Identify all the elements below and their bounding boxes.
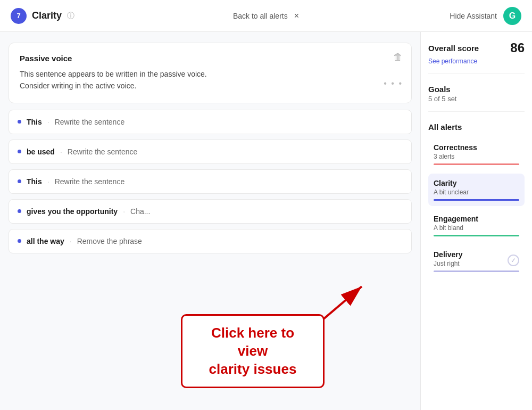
alert-item-engagement[interactable]: Engagement A bit bland: [428, 209, 525, 242]
item-separator: ·: [47, 177, 49, 186]
item-separator: ·: [70, 237, 72, 245]
alert-label: Correctness: [434, 143, 519, 152]
goals-section: Goals 5 of 5 set: [428, 85, 525, 112]
bullet-icon: [18, 209, 21, 213]
item-action: Rewrite the sentence: [55, 118, 125, 126]
all-alerts-label: All alerts: [428, 122, 525, 132]
right-panel: Overall score 86 See performance Goals 5…: [420, 32, 532, 410]
main-content: Passive voice This sentence appears to b…: [0, 32, 532, 410]
item-action: Rewrite the sentence: [68, 147, 138, 156]
left-panel: Passive voice This sentence appears to b…: [0, 32, 420, 410]
overall-score-label: Overall score: [428, 44, 479, 53]
score-section: Overall score 86 See performance: [428, 40, 525, 74]
header-left: 7 Clarity ⓘ: [11, 8, 233, 24]
card-body: This sentence appears to be written in t…: [20, 68, 401, 92]
alert-label: Delivery: [434, 250, 462, 259]
alert-item-clarity[interactable]: Clarity A bit unclear: [428, 174, 525, 206]
alert-item-delivery[interactable]: Delivery Just right ✓: [428, 245, 525, 277]
delivery-check-icon: ✓: [508, 255, 519, 266]
header-right: Hide Assistant G: [299, 7, 521, 25]
card-title: Passive voice: [20, 54, 401, 63]
close-icon[interactable]: ×: [294, 11, 299, 21]
alert-sub: A bit unclear: [434, 188, 519, 196]
list-items-container: This · Rewrite the sentence be used · Re…: [9, 110, 412, 253]
alert-sub: A bit bland: [434, 224, 519, 232]
item-word: all the way: [27, 237, 64, 245]
bullet-icon: [18, 239, 21, 243]
card-body-line1: This sentence appears to be written in t…: [20, 70, 207, 78]
goals-sub: 5 of 5 set: [428, 95, 525, 103]
item-word: This: [27, 177, 42, 186]
item-word: gives you the opportunity: [27, 207, 118, 216]
passive-voice-card: Passive voice This sentence appears to b…: [9, 43, 412, 103]
item-action: Remove the phrase: [77, 237, 142, 245]
list-item[interactable]: gives you the opportunity · Cha...: [9, 199, 412, 224]
card-actions: 🗑 • • •: [384, 52, 403, 88]
list-item[interactable]: be used · Rewrite the sentence: [9, 140, 412, 164]
item-separator: ·: [123, 207, 125, 216]
grammarly-avatar: G: [503, 7, 521, 25]
page-title: Clarity: [32, 10, 62, 21]
alert-bar: [434, 235, 519, 236]
header-center: Back to all alerts ×: [233, 11, 299, 21]
list-item[interactable]: This · Rewrite the sentence: [9, 169, 412, 194]
alert-bar: [434, 199, 519, 201]
alert-sub: Just right: [434, 260, 462, 267]
clarity-badge: 7: [11, 8, 27, 24]
item-separator: ·: [47, 118, 49, 126]
alert-label: Engagement: [434, 215, 519, 223]
back-to-alerts-link[interactable]: Back to all alerts: [233, 12, 288, 20]
score-row: Overall score 86: [428, 40, 525, 55]
alert-bar: [434, 270, 519, 272]
header: 7 Clarity ⓘ Back to all alerts × Hide As…: [0, 0, 532, 32]
goals-label: Goals: [428, 85, 525, 94]
more-options-icon[interactable]: • • •: [384, 79, 403, 88]
bullet-icon: [18, 179, 21, 183]
bullet-icon: [18, 120, 21, 124]
alert-sub: 3 alerts: [434, 153, 519, 160]
item-action: Cha...: [130, 207, 150, 216]
main-inner: Passive voice This sentence appears to b…: [0, 32, 532, 410]
trash-icon[interactable]: 🗑: [393, 52, 403, 63]
alert-item-correctness[interactable]: Correctness 3 alerts: [428, 138, 525, 170]
hide-assistant-button[interactable]: Hide Assistant: [450, 12, 497, 20]
alerts-container: Correctness 3 alerts Clarity A bit uncle…: [428, 138, 525, 277]
overall-score-value: 86: [510, 40, 525, 55]
item-action: Rewrite the sentence: [55, 177, 125, 186]
card-body-line2: Consider writing in the active voice.: [20, 81, 136, 90]
alert-label: Clarity: [434, 179, 519, 187]
item-word: This: [27, 118, 42, 126]
see-performance-link[interactable]: See performance: [428, 58, 525, 65]
item-word: be used: [27, 147, 55, 156]
list-item[interactable]: This · Rewrite the sentence: [9, 110, 412, 134]
alert-bar: [434, 163, 519, 165]
item-separator: ·: [60, 147, 62, 156]
list-item[interactable]: all the way · Remove the phrase: [9, 229, 412, 253]
info-icon[interactable]: ⓘ: [67, 11, 74, 21]
alert-delivery-row: Delivery Just right ✓: [434, 250, 519, 270]
bullet-icon: [18, 150, 21, 153]
